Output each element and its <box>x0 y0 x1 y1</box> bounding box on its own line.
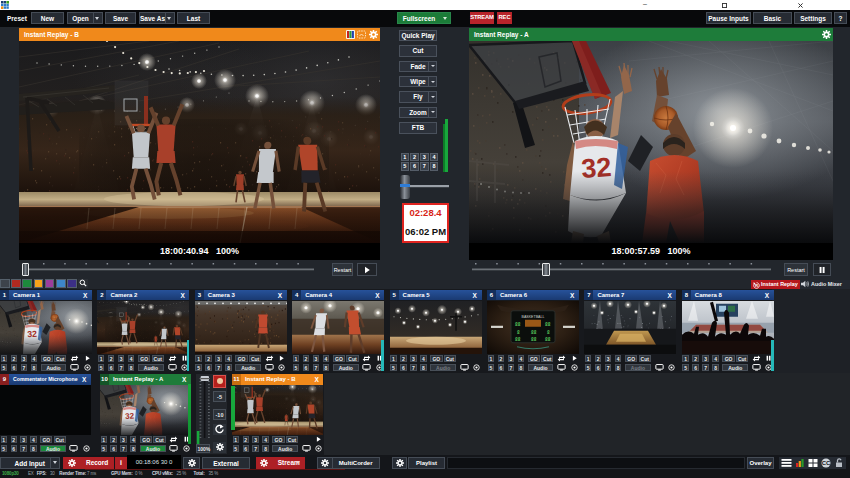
svg-text:CC: CC <box>822 460 831 466</box>
